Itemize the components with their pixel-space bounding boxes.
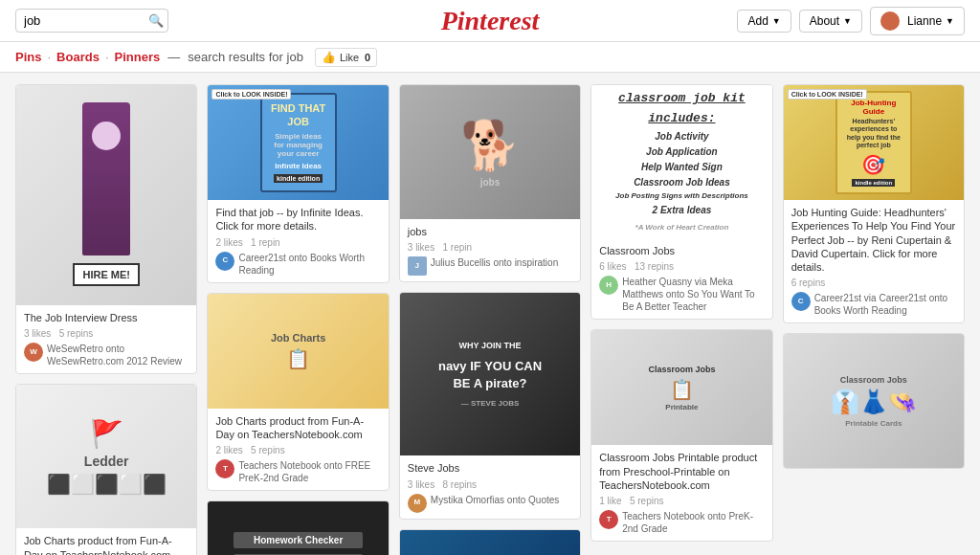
pin-job-charts[interactable]: 🚩 Ledder ⬛⬜⬛⬜⬛ Job Charts product from F… [15,384,197,555]
pin-image-jobs-dog: 🐕 jobs [400,85,580,219]
pin-jobs-dog[interactable]: 🐕 jobs jobs 3 likes 1 repin J Julius Buc… [399,84,581,282]
pin-user-steve-jobs: M Mystika Omorfias onto Quotes [408,494,572,513]
results-description: search results for job [188,50,303,64]
main-content: HIRE ME! The Job Interview Dress 3 likes… [0,73,980,555]
pin-stats-hire-me: 3 likes 5 repins [24,328,189,339]
header-right: Add ▼ About ▼ Lianne ▼ [737,7,965,35]
pin-user-find-that-job: C Career21st onto Books Worth Reading [215,252,380,277]
pin-stats-jobs-dog: 3 likes 1 repin [408,242,572,253]
pin-image-job-charts: 🚩 Ledder ⬛⬜⬛⬜⬛ [16,385,196,528]
pin-info-classroom-printable: Classroom Jobs Printable product from Pr… [591,445,771,541]
pin-image-jobs-charts-printable: Classroom Jobs 👔👗👒 Printable Cards [784,334,964,468]
user-avatar-steve-jobs: M [408,494,427,513]
user-avatar-find-that-job: C [215,252,234,271]
pin-stats-classroom-jobs: 6 likes 13 repins [599,261,764,272]
pin-info-classroom-jobs: Classroom Jobs 6 likes 13 repins H Heath… [591,238,771,319]
boards-link[interactable]: Boards [56,50,100,64]
pin-user-job-charts-funday: T Teachers Notebook onto FREE PreK-2nd G… [215,459,380,484]
user-avatar [880,11,900,31]
classroom-jobs-text: classroom job kit includes: Job Activity… [601,89,762,233]
dot1: · [47,50,51,64]
column-4: classroom job kit includes: Job Activity… [590,84,772,542]
pin-stats-classroom-printable: 1 like 5 repins [599,496,764,506]
look-inside-badge-2: Click to LOOK INSIDE! [788,89,867,100]
hire-me-sign: HIRE ME! [73,263,140,286]
look-inside-badge: Click to LOOK INSIDE! [212,89,291,100]
pin-you-didnt[interactable]: YOU DIDN'TBUILD THAT G●P. steve jobs #po… [399,529,581,555]
pin-image-you-didnt: YOU DIDN'TBUILD THAT G●P. [400,530,580,555]
pin-image-filmstrip: Homework Checker Pencil Sharpener Errand… [208,501,388,555]
pin-info-hire-me: The Job Interview Dress 3 likes 5 repins… [16,305,196,373]
pin-classroom-printable[interactable]: Classroom Jobs 📋 Printable Classroom Job… [590,329,772,542]
dot2: · [105,50,109,64]
pin-hire-me[interactable]: HIRE ME! The Job Interview Dress 3 likes… [15,84,197,374]
pin-user-job-hunting-guide: C Career21st via Career21st onto Books W… [791,292,956,317]
user-arrow-icon: ▼ [946,16,954,26]
header: 🔍 Pinterest Add ▼ About ▼ Lianne ▼ [0,0,980,42]
pin-title-hire-me: The Job Interview Dress [24,311,189,324]
pin-title-jobs-dog: jobs [408,225,572,238]
pin-steve-jobs[interactable]: WHY JOIN THE navy IF YOU CAN BE A pirate… [399,292,581,519]
book-cover-findthat: FIND THAT JOB Simple ideas for managing … [260,93,337,191]
user-button[interactable]: Lianne ▼ [870,7,965,35]
pin-user-jobs-dog: J Julius Bucellis onto inspiration [408,256,572,276]
pin-title-steve-jobs: Steve Jobs [408,461,572,475]
user-avatar-job-hunting-guide: C [791,292,811,311]
pin-filmstrip[interactable]: Homework Checker Pencil Sharpener Errand… [207,500,389,555]
pin-info-find-that-job: Find that job -- by Infinite Ideas. Clic… [208,200,388,282]
pin-title-classroom-printable: Classroom Jobs Printable product from Pr… [599,451,764,492]
add-button[interactable]: Add ▼ [737,10,791,33]
pin-image-classroom-jobs: classroom job kit includes: Job Activity… [591,85,771,238]
about-button[interactable]: About ▼ [799,10,862,33]
logo: Pinterest [441,6,540,36]
pin-title-job-hunting-guide: Job Hunting Guide: Headhunters' Experien… [791,206,956,274]
user-avatar-hire-me: W [24,343,43,362]
pin-stats-steve-jobs: 3 likes 8 repins [408,479,572,490]
search-icon[interactable]: 🔍 [148,13,164,28]
user-avatar-classroom-printable: T [599,510,618,529]
pin-image-hire-me: HIRE ME! [16,85,196,305]
column-2: Click to LOOK INSIDE! FIND THAT JOB Simp… [207,84,389,555]
pinners-link[interactable]: Pinners [115,50,161,64]
subnav: Pins · Boards · Pinners — search results… [0,42,980,73]
search-input[interactable] [24,13,148,28]
steve-jobs-text: WHY JOIN THE navy IF YOU CAN BE A pirate… [429,330,551,418]
pin-image-steve-jobs: WHY JOIN THE navy IF YOU CAN BE A pirate… [400,293,580,455]
pin-classroom-jobs[interactable]: classroom job kit includes: Job Activity… [590,84,772,320]
search-results-text: — [167,50,180,64]
pin-title-job-charts-ladder: Job Charts product from Fun-A-Day on Tea… [24,534,189,555]
user-avatar-classroom-jobs: H [599,276,618,295]
thumbs-up-icon: 👍 [322,51,336,64]
pin-job-charts-funday[interactable]: Job Charts 📋 Job Charts product from Fun… [207,293,389,492]
pin-job-hunting-guide[interactable]: Click to LOOK INSIDE! Job-Hunting Guide … [783,84,965,323]
pin-info-job-charts-ladder: Job Charts product from Fun-A-Day on Tea… [16,528,196,555]
add-arrow-icon: ▼ [772,16,781,26]
pin-find-that-job[interactable]: Click to LOOK INSIDE! FIND THAT JOB Simp… [207,84,389,283]
pin-info-job-charts-funday: Job Charts product from Fun-A-Day on Tea… [208,409,388,491]
pin-stats-job-charts-funday: 2 likes 5 repins [215,445,380,455]
pin-image-job-charts-funday: Job Charts 📋 [208,294,388,409]
pin-user-classroom-jobs: H Heather Quasny via Meka Matthews onto … [599,276,764,313]
column-3: 🐕 jobs jobs 3 likes 1 repin J Julius Buc… [399,84,581,555]
pins-container: HIRE ME! The Job Interview Dress 3 likes… [15,84,965,555]
pin-user-classroom-printable: T Teachers Notebook onto PreK-2nd Grade [599,510,764,535]
pin-image-find-that-job: Click to LOOK INSIDE! FIND THAT JOB Simp… [208,85,388,200]
column-1: HIRE ME! The Job Interview Dress 3 likes… [15,84,197,555]
pin-image-classroom-printable: Classroom Jobs 📋 Printable [591,330,771,445]
job-hunting-book: Job-Hunting Guide Headhunters' experienc… [835,91,912,195]
pin-info-steve-jobs: Steve Jobs 3 likes 8 repins M Mystika Om… [400,455,580,518]
user-avatar-job-charts-funday: T [215,459,234,478]
about-arrow-icon: ▼ [843,16,852,26]
pin-title-find-that-job: Find that job -- by Infinite Ideas. Clic… [215,206,380,233]
pin-title-classroom-jobs: Classroom Jobs [599,244,764,257]
film-label-1: Homework Checker [234,532,363,548]
search-box[interactable]: 🔍 [15,9,168,33]
pin-jobs-charts-printable[interactable]: Classroom Jobs 👔👗👒 Printable Cards [783,333,965,469]
column-5: Click to LOOK INSIDE! Job-Hunting Guide … [783,84,965,469]
pin-image-job-hunting-guide: Click to LOOK INSIDE! Job-Hunting Guide … [784,85,964,200]
user-avatar-jobs-dog: J [408,256,427,276]
pin-stats-job-hunting-guide: 6 repins [791,278,956,288]
pins-link[interactable]: Pins [15,50,41,64]
facebook-like[interactable]: 👍 Like 0 [315,48,377,67]
pin-info-jobs-dog: jobs 3 likes 1 repin J Julius Bucellis o… [400,219,580,281]
